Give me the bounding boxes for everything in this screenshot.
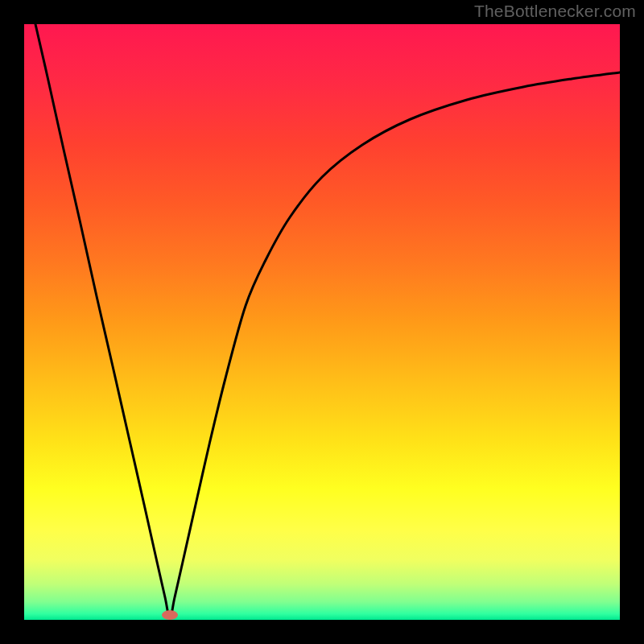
gradient-background <box>24 24 620 620</box>
optimal-marker <box>162 610 178 620</box>
chart-container: TheBottlenecker.com <box>0 0 644 644</box>
chart-svg <box>24 24 620 620</box>
plot-area <box>24 24 620 620</box>
source-attribution: TheBottlenecker.com <box>474 2 636 21</box>
